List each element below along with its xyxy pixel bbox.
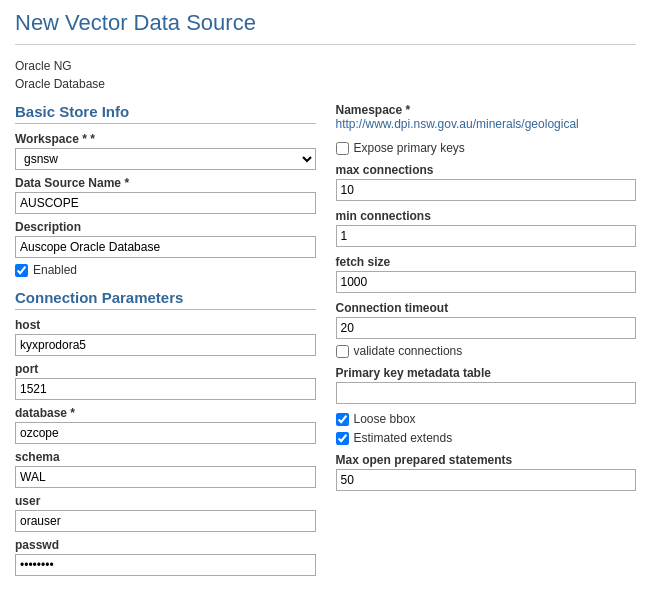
passwd-label: passwd xyxy=(15,538,316,552)
port-input[interactable] xyxy=(15,378,316,400)
passwd-input[interactable] xyxy=(15,554,316,576)
expose-keys-label: Expose primary keys xyxy=(354,141,465,155)
description-label: Description xyxy=(15,220,316,234)
loose-bbox-label: Loose bbox xyxy=(354,412,416,426)
max-connections-input[interactable] xyxy=(336,179,637,201)
validate-connections-checkbox[interactable] xyxy=(336,345,349,358)
schema-input[interactable] xyxy=(15,466,316,488)
datasource-name-label: Data Source Name * xyxy=(15,176,316,190)
namespace-label: Namespace * xyxy=(336,103,637,117)
fetch-size-input[interactable] xyxy=(336,271,637,293)
schema-label: schema xyxy=(15,450,316,464)
workspace-select[interactable]: gsnsw xyxy=(15,148,316,170)
estimated-extends-checkbox[interactable] xyxy=(336,432,349,445)
primary-key-table-input[interactable] xyxy=(336,382,637,404)
max-open-statements-label: Max open prepared statements xyxy=(336,453,637,467)
enabled-label: Enabled xyxy=(33,263,77,277)
description-input[interactable] xyxy=(15,236,316,258)
namespace-value: http://www.dpi.nsw.gov.au/minerals/geolo… xyxy=(336,117,637,131)
estimated-extends-label: Estimated extends xyxy=(354,431,453,445)
min-connections-label: min connections xyxy=(336,209,637,223)
basic-store-info-title: Basic Store Info xyxy=(15,103,316,124)
connection-timeout-input[interactable] xyxy=(336,317,637,339)
loose-bbox-checkbox[interactable] xyxy=(336,413,349,426)
host-label: host xyxy=(15,318,316,332)
min-connections-input[interactable] xyxy=(336,225,637,247)
meta-line2: Oracle Database xyxy=(15,75,636,93)
database-label: database * xyxy=(15,406,316,420)
max-connections-label: max connections xyxy=(336,163,637,177)
workspace-label: Workspace * xyxy=(15,132,316,146)
page-title: New Vector Data Source xyxy=(15,10,636,45)
enabled-checkbox[interactable] xyxy=(15,264,28,277)
datasource-name-input[interactable] xyxy=(15,192,316,214)
meta-line1: Oracle NG xyxy=(15,57,636,75)
max-open-statements-input[interactable] xyxy=(336,469,637,491)
connection-params-title: Connection Parameters xyxy=(15,289,316,310)
expose-keys-checkbox[interactable] xyxy=(336,142,349,155)
primary-key-table-label: Primary key metadata table xyxy=(336,366,637,380)
validate-connections-label: validate connections xyxy=(354,344,463,358)
user-input[interactable] xyxy=(15,510,316,532)
port-label: port xyxy=(15,362,316,376)
database-input[interactable] xyxy=(15,422,316,444)
user-label: user xyxy=(15,494,316,508)
connection-timeout-label: Connection timeout xyxy=(336,301,637,315)
fetch-size-label: fetch size xyxy=(336,255,637,269)
host-input[interactable] xyxy=(15,334,316,356)
